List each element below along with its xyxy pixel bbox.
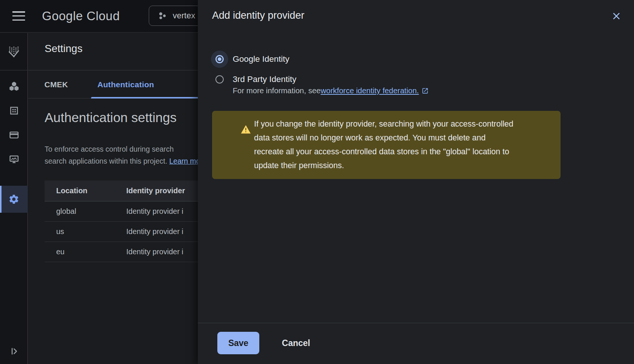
cell-location: global — [45, 207, 126, 216]
section-description: To enforce access control during search … — [45, 143, 206, 167]
save-button[interactable]: Save — [217, 332, 259, 354]
footer-divider — [198, 323, 634, 323]
ai-applications-logo-icon[interactable] — [0, 33, 28, 70]
close-icon[interactable] — [610, 10, 623, 22]
settings-gear-icon[interactable] — [0, 186, 28, 213]
collapse-panel-icon[interactable] — [0, 339, 28, 363]
cancel-button[interactable]: Cancel — [269, 332, 323, 354]
warning-banner: If you change the identity provider, sea… — [212, 111, 561, 179]
warning-triangle-icon — [241, 124, 251, 135]
tab-cmek[interactable]: CMEK — [36, 70, 77, 98]
info-text: For more information, see — [233, 86, 321, 95]
analytics-monitor-icon[interactable] — [0, 147, 28, 171]
description-line-2: search applications within this project.… — [45, 155, 206, 167]
dialog-title: Add identity provider — [212, 10, 304, 21]
cell-location: us — [45, 227, 126, 236]
radio-label: 3rd Party Identity — [233, 75, 296, 84]
add-identity-provider-dialog: Add identity provider Google Identity 3r… — [198, 0, 634, 364]
hamburger-menu-icon[interactable] — [12, 11, 25, 21]
radio-3rd-party-identity[interactable]: 3rd Party Identity — [211, 71, 296, 88]
billing-card-icon[interactable] — [0, 123, 28, 147]
apps-grid-icon[interactable] — [0, 98, 28, 122]
data-stores-cubes-icon[interactable] — [0, 74, 28, 98]
cell-location: eu — [45, 248, 126, 256]
workforce-identity-federation-link[interactable]: workforce identity federation. — [321, 86, 419, 95]
description-line-1: To enforce access control during search — [45, 143, 206, 155]
info-line: For more information, see workforce iden… — [233, 86, 429, 95]
cell-identity-provider: Identity provider i — [126, 248, 183, 256]
radio-selected-icon — [215, 55, 224, 63]
page-title: Settings — [45, 43, 82, 55]
radio-halo — [211, 51, 228, 68]
left-nav-rail — [0, 33, 28, 364]
radio-google-identity[interactable]: Google Identity — [211, 51, 289, 68]
warning-text: If you change the identity provider, sea… — [254, 117, 516, 173]
radio-label: Google Identity — [233, 54, 289, 64]
cell-identity-provider: Identity provider i — [126, 227, 183, 236]
cell-identity-provider: Identity provider i — [126, 207, 183, 216]
radio-halo — [211, 71, 228, 88]
external-link-icon[interactable] — [422, 87, 429, 94]
project-hexagons-icon — [157, 11, 167, 21]
radio-unselected-icon — [215, 75, 224, 84]
column-header-location: Location — [45, 186, 126, 195]
section-heading: Authentication settings — [45, 110, 176, 125]
project-name: vertex — [173, 11, 195, 21]
tab-authentication[interactable]: Authentication — [91, 70, 200, 98]
google-cloud-logo: Google Cloud — [42, 9, 120, 23]
column-header-identity-provider: Identity provider — [126, 186, 185, 195]
